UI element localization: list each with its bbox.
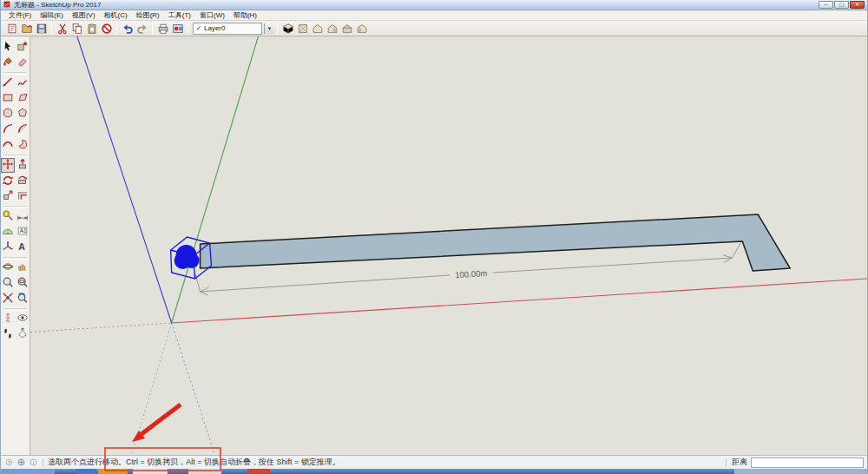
close-button[interactable]: ✕ bbox=[850, 1, 865, 9]
erase-button[interactable] bbox=[99, 21, 114, 36]
arc-tool[interactable] bbox=[1, 122, 15, 137]
back-view-button[interactable] bbox=[339, 21, 354, 36]
model-info-button[interactable] bbox=[170, 21, 185, 36]
taskbar-item-3[interactable] bbox=[133, 469, 168, 474]
taskbar-item-1[interactable] bbox=[76, 469, 96, 474]
drawing-canvas[interactable]: 100.00m bbox=[30, 36, 867, 455]
cut-button[interactable] bbox=[55, 21, 69, 36]
maximize-button[interactable]: ▢ bbox=[834, 1, 849, 9]
rectangle-tool[interactable] bbox=[1, 91, 15, 106]
print-button[interactable] bbox=[155, 21, 170, 36]
position-camera-tool[interactable] bbox=[1, 312, 15, 326]
title-bar: 无标题 - SketchUp Pro 2017 ─ ▢ ✕ bbox=[1, 0, 867, 10]
measurement-input[interactable] bbox=[751, 458, 864, 468]
zoom-tool[interactable] bbox=[1, 276, 15, 291]
front-view-icon bbox=[312, 23, 324, 35]
taskbar-sliver[interactable] bbox=[1, 469, 867, 474]
zoom-window-tool[interactable] bbox=[16, 276, 30, 291]
front-view-button[interactable] bbox=[310, 21, 325, 36]
three-point-arc-tool[interactable] bbox=[1, 138, 15, 153]
save-button[interactable] bbox=[34, 21, 49, 36]
dimension-tool[interactable] bbox=[16, 209, 30, 224]
blue-axis-negative bbox=[172, 323, 215, 455]
follow-me-tool[interactable] bbox=[16, 174, 30, 188]
slab-shape[interactable] bbox=[201, 214, 791, 271]
menu-item-5[interactable]: 工具(T) bbox=[164, 10, 195, 21]
status-bar: ?i 选取两个点进行移动。Ctrl = 切换拷贝，Alt = 切换自动折叠，按住… bbox=[1, 455, 867, 469]
text-tool[interactable]: A1 bbox=[16, 225, 30, 240]
eraser-icon bbox=[16, 56, 29, 71]
taskbar-item-0[interactable] bbox=[1, 469, 55, 474]
polygon-tool[interactable] bbox=[16, 107, 30, 122]
select-icon bbox=[2, 40, 14, 56]
menu-item-0[interactable]: 文件(F) bbox=[4, 10, 36, 21]
text3d-icon: A bbox=[16, 240, 29, 256]
menu-item-7[interactable]: 帮助(H) bbox=[229, 10, 261, 21]
eraser-tool[interactable] bbox=[16, 56, 30, 70]
scale-tool[interactable] bbox=[1, 189, 15, 204]
taskbar-item-5[interactable] bbox=[247, 469, 270, 474]
redo-icon bbox=[136, 23, 148, 35]
3d-text-tool[interactable]: A bbox=[16, 240, 30, 255]
iso-view-button[interactable] bbox=[280, 21, 295, 36]
look-around-tool[interactable] bbox=[16, 312, 30, 326]
rotate-tool[interactable] bbox=[1, 174, 15, 188]
geolocation-icon[interactable] bbox=[16, 458, 26, 467]
top-view-button[interactable] bbox=[295, 21, 310, 36]
taskbar-item-6[interactable] bbox=[734, 469, 867, 474]
menu-item-2[interactable]: 视图(V) bbox=[68, 10, 100, 21]
paint-bucket-tool[interactable] bbox=[1, 56, 15, 70]
right-view-icon bbox=[326, 23, 339, 35]
paste-button[interactable] bbox=[84, 21, 99, 36]
text-icon: A1 bbox=[16, 225, 29, 240]
protractor-tool[interactable] bbox=[1, 225, 15, 240]
undo-icon bbox=[122, 23, 134, 35]
circle-tool[interactable] bbox=[1, 107, 15, 122]
help-circle-icon[interactable]: ? bbox=[4, 458, 14, 467]
new-button[interactable] bbox=[4, 21, 19, 36]
zoom-extents-tool[interactable] bbox=[1, 292, 15, 306]
right-view-button[interactable] bbox=[325, 21, 339, 36]
pan-icon bbox=[16, 260, 29, 276]
layer-dropdown-arrow-icon[interactable]: ▼ bbox=[264, 23, 274, 34]
print-icon bbox=[157, 23, 169, 35]
select-tool[interactable] bbox=[1, 40, 15, 55]
undo-button[interactable] bbox=[120, 21, 135, 36]
orbit-tool[interactable] bbox=[1, 260, 15, 275]
layer-dropdown[interactable]: ✓ Layer0 bbox=[193, 23, 262, 35]
taskbar-item-2[interactable] bbox=[98, 469, 128, 474]
copy-button[interactable] bbox=[69, 21, 84, 36]
menu-item-6[interactable]: 窗口(W) bbox=[195, 10, 229, 21]
pie-tool[interactable] bbox=[16, 138, 30, 153]
line-tool[interactable] bbox=[1, 76, 15, 90]
move-tool[interactable] bbox=[1, 158, 15, 173]
measurement-label: 距离 bbox=[732, 457, 747, 468]
axes-icon bbox=[2, 240, 14, 256]
two-point-arc-tool[interactable] bbox=[16, 122, 30, 137]
offset-tool[interactable] bbox=[16, 189, 30, 204]
freehand-icon bbox=[16, 76, 29, 91]
walk-tool[interactable] bbox=[1, 327, 15, 342]
rotated-rectangle-tool[interactable] bbox=[16, 91, 30, 106]
pan-tool[interactable] bbox=[16, 260, 30, 275]
svg-text:A1: A1 bbox=[20, 227, 27, 234]
redo-button[interactable] bbox=[135, 21, 149, 36]
open-button[interactable] bbox=[19, 21, 34, 36]
section-plane-tool[interactable] bbox=[16, 327, 30, 342]
left-view-button[interactable] bbox=[354, 21, 369, 36]
menu-item-4[interactable]: 绘图(R) bbox=[132, 10, 164, 21]
rotate-icon bbox=[2, 174, 14, 189]
selected-component[interactable] bbox=[174, 245, 200, 269]
freehand-tool[interactable] bbox=[16, 76, 30, 90]
menu-item-1[interactable]: 编辑(E) bbox=[36, 10, 68, 21]
tape-measure-tool[interactable] bbox=[1, 209, 15, 224]
push-pull-tool[interactable] bbox=[16, 158, 30, 173]
credits-icon[interactable]: i bbox=[29, 458, 38, 467]
menu-item-3[interactable]: 相机(C) bbox=[100, 10, 132, 21]
axes-tool[interactable] bbox=[1, 240, 15, 255]
minimize-button[interactable]: ─ bbox=[819, 1, 833, 9]
previous-view-tool[interactable] bbox=[16, 292, 30, 306]
modelinfo-icon bbox=[172, 23, 184, 35]
make-component-tool[interactable] bbox=[16, 40, 30, 55]
taskbar-item-4[interactable] bbox=[188, 469, 221, 474]
